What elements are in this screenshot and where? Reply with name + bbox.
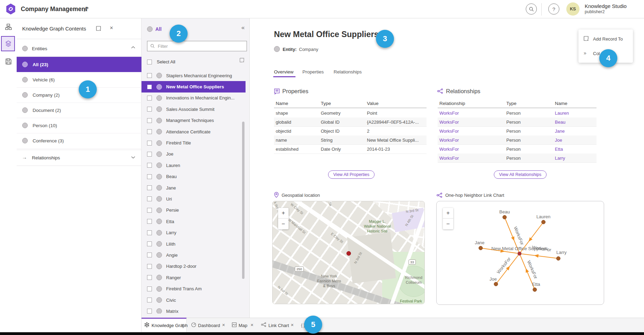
entity-row-all[interactable]: All (23) <box>17 57 141 72</box>
chevron-down-icon[interactable] <box>131 156 135 159</box>
list-item[interactable]: Etta <box>141 216 246 227</box>
chevron-up-icon[interactable] <box>131 46 135 49</box>
entity-row-document[interactable]: Document (2) <box>17 103 141 118</box>
relationship-link[interactable]: WorksFor <box>439 147 459 152</box>
list-item[interactable]: Joe <box>141 149 246 160</box>
item-checkbox[interactable] <box>147 129 152 134</box>
node-joe[interactable] <box>494 282 498 286</box>
select-all-checkbox[interactable] <box>147 60 152 64</box>
item-checkbox[interactable] <box>147 275 152 280</box>
close-tab-icon[interactable]: ✕ <box>222 323 225 327</box>
close-panel-icon[interactable]: ✕ <box>110 25 113 30</box>
list-item[interactable]: Ranger <box>141 272 246 283</box>
entity-row-vehicle[interactable]: Vehicle (6) <box>17 72 141 88</box>
scrollbar-thumb[interactable] <box>242 122 244 279</box>
list-item[interactable]: Firebird Title <box>141 137 246 148</box>
person-link[interactable]: Beau <box>555 120 565 125</box>
node-jane[interactable] <box>479 246 483 250</box>
tab-relationships[interactable]: Relationships <box>334 69 362 74</box>
item-checkbox[interactable] <box>147 253 152 257</box>
map[interactable]: k Rd W Clay St Sa W Marshall St E Clay S… <box>272 201 425 304</box>
add-record-icon[interactable] <box>96 26 102 32</box>
list-item[interactable]: Hardtop 2-door <box>141 261 246 272</box>
list-item-selected[interactable]: New Metal Office Suppliers <box>141 81 246 92</box>
list-item[interactable]: Firebird Trans Am <box>141 283 246 294</box>
search-button[interactable] <box>526 3 537 15</box>
zoom-out-button[interactable]: − <box>443 219 453 229</box>
node-etta[interactable] <box>533 288 537 292</box>
relationships-header-row[interactable]: → Relationships <box>17 150 141 166</box>
list-item[interactable]: Attendance Certificate <box>141 126 246 137</box>
help-button[interactable]: ? <box>548 3 559 15</box>
save-icon[interactable] <box>5 58 12 65</box>
list-item[interactable]: Beau <box>141 171 246 182</box>
item-checkbox[interactable] <box>147 118 152 123</box>
zoom-out-button[interactable]: − <box>278 219 289 229</box>
relationship-link[interactable]: WorksFor <box>439 138 459 143</box>
list-item[interactable]: Sales Associate Summit <box>141 104 246 115</box>
hierarchy-icon[interactable] <box>5 24 12 30</box>
list-item[interactable]: Staplers Mechanical Engineering <box>141 70 246 81</box>
link-chart[interactable]: WorksFor WorksFor WorksFor WorksFor Beau… <box>436 201 604 305</box>
tab-properties[interactable]: Properties <box>302 69 324 74</box>
tab-dashboard[interactable]: Dashboard <box>198 323 220 328</box>
tab-overview[interactable]: Overview <box>274 69 293 74</box>
list-item[interactable]: Civic <box>141 294 246 306</box>
zoom-in-button[interactable]: + <box>278 208 289 219</box>
menu-item-add-record-to[interactable]: Add Record To <box>593 36 623 42</box>
list-item[interactable]: Larry <box>141 227 246 238</box>
node-center[interactable] <box>517 252 522 256</box>
list-item[interactable]: Matrix <box>141 306 246 314</box>
item-checkbox[interactable] <box>147 196 152 201</box>
item-checkbox[interactable] <box>147 286 152 291</box>
list-item[interactable]: Uri <box>141 193 246 204</box>
list-item[interactable]: Innovations in Mechanical Engin... <box>141 92 246 104</box>
layers-icon[interactable] <box>5 40 12 47</box>
person-link[interactable]: Etta <box>555 147 563 152</box>
collapse-panel-icon[interactable]: « <box>241 24 244 31</box>
item-checkbox[interactable] <box>147 174 152 179</box>
item-checkbox[interactable] <box>147 219 152 224</box>
item-checkbox[interactable] <box>147 141 152 146</box>
node-beau[interactable] <box>503 215 507 219</box>
person-link[interactable]: Joe <box>555 138 562 143</box>
person-link[interactable]: Lauren <box>555 111 569 116</box>
person-link[interactable]: Jane <box>555 129 565 134</box>
relationship-link[interactable]: WorksFor <box>439 129 459 134</box>
item-checkbox[interactable] <box>147 298 152 302</box>
item-checkbox[interactable] <box>147 85 152 89</box>
zoom-in-button[interactable]: + <box>443 208 453 219</box>
list-item[interactable]: Lilith <box>141 238 246 249</box>
item-checkbox[interactable] <box>147 230 152 235</box>
list-item[interactable]: Persie <box>141 205 246 216</box>
node-lauren[interactable] <box>542 220 546 224</box>
person-link[interactable]: Larry <box>555 156 565 161</box>
item-checkbox[interactable] <box>147 152 152 157</box>
item-checkbox[interactable] <box>147 264 152 269</box>
list-item[interactable]: Angie <box>141 249 246 261</box>
add-record-icon[interactable] <box>239 58 245 63</box>
tab-link-chart[interactable]: Link Chart <box>268 323 289 328</box>
item-checkbox[interactable] <box>147 185 152 190</box>
item-checkbox[interactable] <box>147 73 152 78</box>
relationship-link[interactable]: WorksFor <box>439 120 459 125</box>
list-item[interactable]: Lauren <box>141 160 246 171</box>
item-checkbox[interactable] <box>147 96 152 100</box>
view-all-relationships-button[interactable]: View All Relationships <box>494 170 547 179</box>
edit-pencil-icon[interactable] <box>83 6 89 12</box>
item-checkbox[interactable] <box>147 309 152 314</box>
item-checkbox[interactable] <box>147 208 152 213</box>
avatar[interactable]: KS <box>566 2 579 16</box>
item-checkbox[interactable] <box>147 241 152 246</box>
relationship-link[interactable]: WorksFor <box>439 111 459 116</box>
entity-row-person[interactable]: Person (10) <box>17 118 141 133</box>
item-checkbox[interactable] <box>147 107 152 112</box>
close-tab-icon[interactable]: ✕ <box>291 323 294 327</box>
close-tab-icon[interactable]: ✕ <box>181 323 184 327</box>
entities-header-row[interactable]: Entities <box>17 41 141 57</box>
menu-item-collapse[interactable]: Col <box>593 51 600 56</box>
node-larry[interactable] <box>557 257 560 261</box>
close-tab-icon[interactable]: ✕ <box>250 323 254 327</box>
list-item[interactable]: Jane <box>141 182 246 193</box>
tab-map[interactable]: Map <box>239 323 247 328</box>
